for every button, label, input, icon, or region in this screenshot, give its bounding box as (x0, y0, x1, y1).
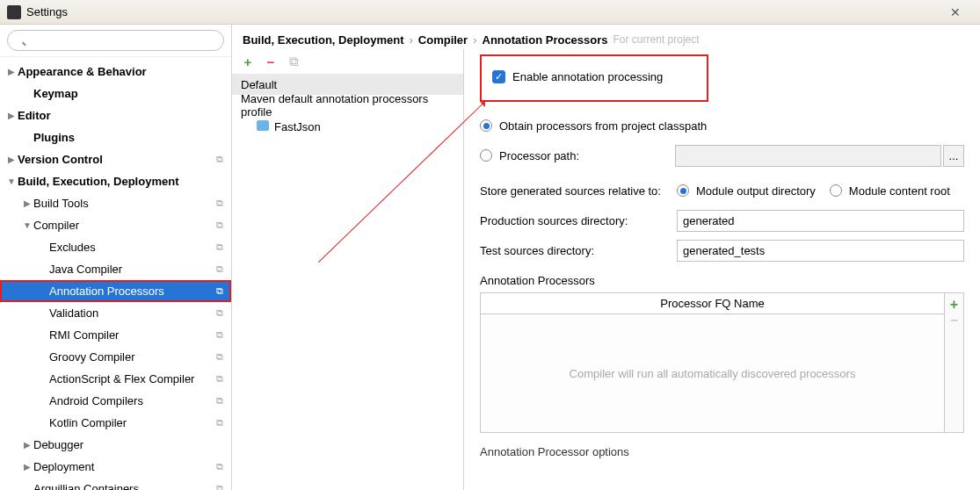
project-scope-icon: ⧉ (214, 395, 226, 407)
tree-item-arquillian-containers[interactable]: Arquillian Containers⧉ (0, 478, 231, 490)
chevron-right-icon[interactable] (5, 66, 18, 78)
content-area: Build, Execution, Deployment › Compiler … (232, 25, 980, 490)
tree-item-compiler[interactable]: Compiler⧉ (0, 214, 231, 236)
tree-item-groovy-compiler[interactable]: Groovy Compiler⧉ (0, 346, 231, 368)
obtain-classpath-radio[interactable] (480, 119, 492, 132)
tree-item-label: ActionScript & Flex Compiler (49, 372, 214, 386)
copy-profile-button[interactable]: ⧉ (287, 54, 301, 68)
settings-sidebar: Appearance & BehaviorKeymapEditorPlugins… (0, 25, 232, 490)
settings-panel: ✓ Enable annotation processing Obtain pr… (464, 49, 980, 490)
search-input[interactable] (7, 30, 224, 51)
tree-item-label: Version Control (18, 153, 214, 166)
ap-section-label: Annotation Processors (480, 274, 964, 287)
profile-module-row[interactable]: FastJson (232, 116, 463, 137)
scope-badge: For current project (613, 33, 700, 46)
profiles-toolbar: + − ⧉ (232, 49, 463, 74)
breadcrumb-segment: Annotation Processors (483, 33, 608, 47)
tree-item-excludes[interactable]: Excludes⧉ (0, 236, 231, 258)
tree-item-deployment[interactable]: Deployment⧉ (0, 456, 231, 478)
chevron-right-icon[interactable] (5, 110, 18, 122)
breadcrumb-segment[interactable]: Build, Execution, Deployment (243, 33, 403, 47)
store-relative-label: Store generated sources relative to: (480, 184, 677, 198)
tree-item-label: Excludes (49, 241, 214, 254)
close-icon[interactable]: ✕ (938, 5, 973, 19)
processor-path-input[interactable] (675, 145, 941, 167)
project-scope-icon: ⧉ (214, 154, 226, 166)
module-content-radio[interactable] (830, 184, 842, 197)
tree-item-validation[interactable]: Validation⧉ (0, 302, 231, 324)
tree-item-version-control[interactable]: Version Control⧉ (0, 148, 231, 170)
tree-item-label: Build, Execution, Deployment (18, 175, 226, 188)
tree-item-label: Deployment (33, 460, 214, 473)
ap-options-label: Annotation Processor options (480, 445, 964, 458)
tree-item-label: Android Compilers (49, 394, 214, 407)
module-name: FastJson (274, 120, 321, 133)
enable-label: Enable annotation processing (512, 70, 663, 83)
tree-item-label: Debugger (33, 438, 226, 451)
enable-checkbox[interactable]: ✓ (492, 70, 505, 83)
project-scope-icon: ⧉ (214, 241, 226, 254)
project-scope-icon: ⧉ (214, 263, 226, 276)
tree-item-java-compiler[interactable]: Java Compiler⧉ (0, 258, 231, 280)
profile-row-maven[interactable]: Maven default annotation processors prof… (232, 95, 463, 116)
tree-item-annotation-processors[interactable]: Annotation Processors⧉ (0, 280, 231, 302)
module-content-label: Module content root (849, 184, 950, 198)
tree-item-label: Kotlin Compiler (49, 416, 214, 429)
chevron-down-icon[interactable] (21, 220, 33, 232)
tree-item-label: Build Tools (33, 197, 214, 210)
module-output-radio[interactable] (677, 184, 689, 197)
project-scope-icon: ⧉ (214, 220, 226, 232)
tree-item-label: Editor (18, 109, 226, 122)
processor-path-label: Processor path: (499, 149, 675, 162)
titlebar: Settings ✕ (0, 0, 980, 25)
chevron-right-icon[interactable] (21, 198, 33, 210)
project-scope-icon: ⧉ (214, 483, 226, 491)
add-processor-button[interactable]: + (950, 297, 958, 313)
tree-item-label: Groovy Compiler (49, 350, 214, 364)
breadcrumb-segment[interactable]: Compiler (418, 33, 468, 47)
window-title: Settings (26, 5, 938, 18)
tree-item-rmi-compiler[interactable]: RMI Compiler⧉ (0, 324, 231, 346)
profiles-list: Default Maven default annotation process… (232, 74, 463, 490)
project-scope-icon: ⧉ (214, 351, 226, 364)
project-scope-icon: ⧉ (214, 307, 226, 320)
tree-item-debugger[interactable]: Debugger (0, 434, 231, 456)
tree-item-label: Keymap (33, 87, 226, 100)
project-scope-icon: ⧉ (214, 417, 226, 429)
highlight-box: ✓ Enable annotation processing (480, 54, 708, 102)
project-scope-icon: ⧉ (214, 329, 226, 342)
processor-path-radio[interactable] (480, 149, 492, 162)
prod-sources-input[interactable] (677, 210, 964, 232)
tree-item-editor[interactable]: Editor (0, 104, 231, 126)
browse-button[interactable]: ... (943, 145, 964, 167)
remove-profile-button[interactable]: − (264, 54, 278, 68)
prod-sources-label: Production sources directory: (480, 214, 677, 227)
project-scope-icon: ⧉ (214, 285, 226, 298)
profile-label: Default (241, 78, 277, 91)
tree-item-build-execution-deployment[interactable]: Build, Execution, Deployment (0, 170, 231, 192)
chevron-right-icon[interactable] (5, 154, 18, 166)
tree-item-appearance-behavior[interactable]: Appearance & Behavior (0, 61, 231, 83)
chevron-right-icon: › (409, 33, 412, 47)
project-scope-icon: ⧉ (214, 373, 226, 386)
tree-item-label: Plugins (33, 131, 226, 144)
add-profile-button[interactable]: + (241, 54, 255, 68)
tree-item-label: Appearance & Behavior (18, 65, 226, 78)
chevron-right-icon[interactable] (21, 439, 33, 451)
profile-label: Maven default annotation processors prof… (241, 92, 454, 119)
tree-item-actionscript-flex-compiler[interactable]: ActionScript & Flex Compiler⧉ (0, 368, 231, 390)
tree-item-android-compilers[interactable]: Android Compilers⧉ (0, 390, 231, 412)
processors-header[interactable]: Processor FQ Name (481, 293, 944, 314)
chevron-down-icon[interactable] (5, 176, 18, 188)
tree-item-label: Annotation Processors (49, 285, 214, 298)
breadcrumb: Build, Execution, Deployment › Compiler … (232, 25, 980, 49)
tree-item-label: Validation (49, 306, 214, 320)
test-sources-label: Test sources directory: (480, 244, 677, 257)
tree-item-plugins[interactable]: Plugins (0, 126, 231, 148)
tree-item-build-tools[interactable]: Build Tools⧉ (0, 192, 231, 214)
chevron-right-icon[interactable] (21, 461, 33, 473)
tree-item-kotlin-compiler[interactable]: Kotlin Compiler⧉ (0, 412, 231, 434)
processors-side-toolbar: + − (944, 293, 963, 432)
tree-item-keymap[interactable]: Keymap (0, 83, 231, 104)
test-sources-input[interactable] (677, 240, 964, 262)
